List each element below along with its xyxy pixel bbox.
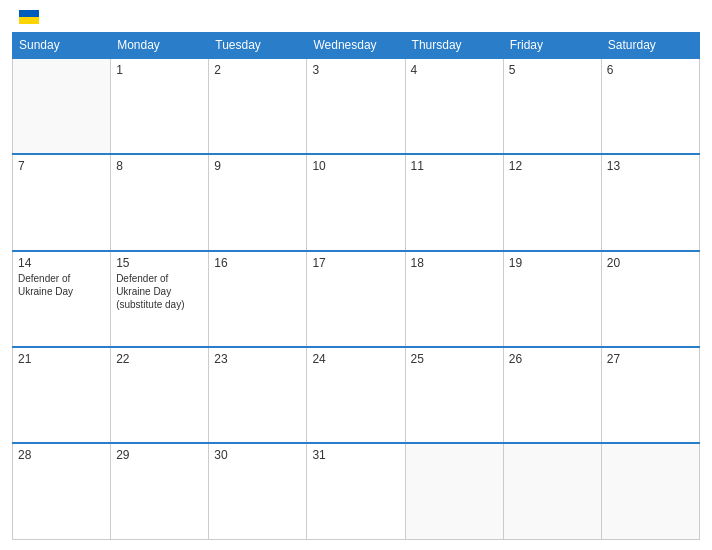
- day-number: 6: [607, 63, 694, 77]
- day-number: 19: [509, 256, 596, 270]
- day-number: 17: [312, 256, 399, 270]
- calendar-cell: 2: [209, 58, 307, 154]
- calendar-cell: 12: [503, 154, 601, 250]
- calendar-cell: 5: [503, 58, 601, 154]
- calendar-cell: 28: [13, 443, 111, 539]
- day-number: 11: [411, 159, 498, 173]
- day-header-monday: Monday: [111, 33, 209, 59]
- week-row-3: 14Defender of Ukraine Day15Defender of U…: [13, 251, 700, 347]
- day-number: 28: [18, 448, 105, 462]
- calendar-cell: [503, 443, 601, 539]
- day-number: 13: [607, 159, 694, 173]
- day-number: 9: [214, 159, 301, 173]
- day-number: 20: [607, 256, 694, 270]
- calendar-cell: [601, 443, 699, 539]
- day-number: 21: [18, 352, 105, 366]
- week-row-1: 123456: [13, 58, 700, 154]
- calendar-cell: 1: [111, 58, 209, 154]
- day-number: 22: [116, 352, 203, 366]
- day-number: 24: [312, 352, 399, 366]
- calendar-cell: 15Defender of Ukraine Day (substitute da…: [111, 251, 209, 347]
- svg-rect-1: [19, 17, 39, 24]
- day-header-tuesday: Tuesday: [209, 33, 307, 59]
- svg-rect-0: [19, 10, 39, 17]
- day-header-friday: Friday: [503, 33, 601, 59]
- calendar-event: Defender of Ukraine Day (substitute day): [116, 273, 184, 310]
- calendar-cell: 13: [601, 154, 699, 250]
- calendar-cell: 25: [405, 347, 503, 443]
- day-number: 25: [411, 352, 498, 366]
- day-number: 31: [312, 448, 399, 462]
- day-number: 1: [116, 63, 203, 77]
- calendar-cell: 3: [307, 58, 405, 154]
- day-number: 18: [411, 256, 498, 270]
- day-header-saturday: Saturday: [601, 33, 699, 59]
- calendar-cell: 11: [405, 154, 503, 250]
- day-number: 27: [607, 352, 694, 366]
- calendar-cell: 16: [209, 251, 307, 347]
- calendar-cell: 18: [405, 251, 503, 347]
- header: [12, 10, 700, 24]
- calendar-cell: [405, 443, 503, 539]
- day-number: 3: [312, 63, 399, 77]
- day-number: 23: [214, 352, 301, 366]
- day-number: 16: [214, 256, 301, 270]
- calendar-cell: 19: [503, 251, 601, 347]
- day-number: 30: [214, 448, 301, 462]
- logo-flag-icon: [19, 10, 39, 24]
- calendar-cell: 22: [111, 347, 209, 443]
- calendar-cell: 26: [503, 347, 601, 443]
- day-number: 15: [116, 256, 203, 270]
- day-number: 12: [509, 159, 596, 173]
- calendar-cell: 21: [13, 347, 111, 443]
- calendar-cell: 9: [209, 154, 307, 250]
- logo: [16, 10, 39, 24]
- day-number: 5: [509, 63, 596, 77]
- week-row-2: 78910111213: [13, 154, 700, 250]
- calendar-table: SundayMondayTuesdayWednesdayThursdayFrid…: [12, 32, 700, 540]
- calendar-cell: 17: [307, 251, 405, 347]
- week-row-4: 21222324252627: [13, 347, 700, 443]
- calendar-cell: 24: [307, 347, 405, 443]
- day-header-wednesday: Wednesday: [307, 33, 405, 59]
- calendar-page: SundayMondayTuesdayWednesdayThursdayFrid…: [0, 0, 712, 550]
- calendar-cell: 8: [111, 154, 209, 250]
- day-header-thursday: Thursday: [405, 33, 503, 59]
- calendar-cell: 27: [601, 347, 699, 443]
- calendar-cell: 7: [13, 154, 111, 250]
- day-number: 8: [116, 159, 203, 173]
- week-row-5: 28293031: [13, 443, 700, 539]
- calendar-cell: [13, 58, 111, 154]
- calendar-event: Defender of Ukraine Day: [18, 273, 73, 297]
- day-number: 14: [18, 256, 105, 270]
- calendar-cell: 14Defender of Ukraine Day: [13, 251, 111, 347]
- calendar-cell: 30: [209, 443, 307, 539]
- calendar-cell: 6: [601, 58, 699, 154]
- day-number: 2: [214, 63, 301, 77]
- day-number: 26: [509, 352, 596, 366]
- day-number: 10: [312, 159, 399, 173]
- day-number: 7: [18, 159, 105, 173]
- day-number: 29: [116, 448, 203, 462]
- calendar-cell: 31: [307, 443, 405, 539]
- calendar-cell: 4: [405, 58, 503, 154]
- days-header-row: SundayMondayTuesdayWednesdayThursdayFrid…: [13, 33, 700, 59]
- day-number: 4: [411, 63, 498, 77]
- calendar-cell: 29: [111, 443, 209, 539]
- calendar-cell: 23: [209, 347, 307, 443]
- day-header-sunday: Sunday: [13, 33, 111, 59]
- calendar-cell: 10: [307, 154, 405, 250]
- calendar-cell: 20: [601, 251, 699, 347]
